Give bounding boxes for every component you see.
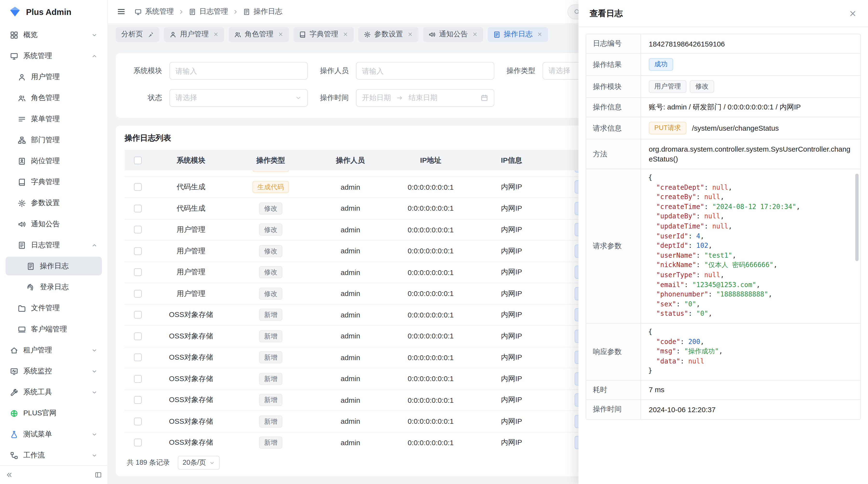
sidebar-item-menu-management[interactable]: 菜单管理: [5, 109, 102, 128]
checkbox[interactable]: [134, 290, 142, 297]
field-label: 操作时间: [586, 400, 641, 419]
row-checkbox[interactable]: [125, 396, 151, 404]
checkbox[interactable]: [134, 311, 142, 319]
checkbox[interactable]: [134, 183, 142, 191]
row-checkbox[interactable]: [125, 226, 151, 233]
sidebar-item-system-monitor[interactable]: 系统监控: [5, 362, 102, 381]
request-params-json[interactable]: { "createDept": null, "createBy": null, …: [648, 173, 854, 319]
sidebar-item-login-log[interactable]: 登录日志: [5, 278, 102, 296]
checkbox[interactable]: [134, 205, 142, 212]
sidebar-item-test-menu[interactable]: 测试菜单: [5, 425, 102, 444]
sidebar-item-label: 操作日志: [40, 261, 97, 271]
close-tab-icon[interactable]: [213, 32, 219, 37]
row-checkbox[interactable]: [125, 290, 151, 297]
breadcrumb-label: 操作日志: [254, 7, 282, 17]
chevron-up-icon: [91, 53, 97, 59]
app-logo[interactable]: Plus Admin: [0, 0, 107, 22]
sidebar-item-system-tools[interactable]: 系统工具: [5, 383, 102, 401]
tab-user-management[interactable]: 用户管理: [164, 27, 224, 42]
breadcrumb-item-log-management[interactable]: 日志管理: [189, 7, 228, 17]
sidebar-item-user-management[interactable]: 用户管理: [5, 67, 102, 86]
row-checkbox[interactable]: [125, 268, 151, 276]
cell-ip: 0:0:0:0:0:0:0:1: [390, 353, 471, 361]
sidebar-item-tenant-management[interactable]: 租户管理: [5, 341, 102, 360]
checkbox[interactable]: [134, 354, 142, 361]
cell-ip: 0:0:0:0:0:0:0:1: [390, 268, 471, 276]
page-size-select[interactable]: 20条/页: [178, 456, 220, 470]
close-drawer-icon[interactable]: [849, 9, 857, 18]
module-badge: 用户管理: [649, 80, 686, 93]
sidebar-item-client-management[interactable]: 客户端管理: [5, 320, 102, 338]
tab-role-management[interactable]: 角色管理: [228, 27, 289, 42]
sidebar-item-system-management[interactable]: 系统管理: [5, 46, 102, 65]
close-tab-icon[interactable]: [407, 32, 413, 37]
checkbox[interactable]: [134, 396, 142, 404]
row-checkbox[interactable]: [125, 205, 151, 212]
tab-param-settings[interactable]: 参数设置: [358, 27, 418, 42]
close-tab-icon[interactable]: [278, 32, 283, 37]
sidebar-item-notice[interactable]: 通知公告: [5, 215, 102, 233]
close-tab-icon[interactable]: [343, 32, 348, 37]
collapse-sidebar-icon[interactable]: [5, 471, 13, 479]
monitor-pulse-icon: [10, 367, 18, 375]
sidebar-item-overview[interactable]: 概览: [5, 26, 102, 44]
tab-notice[interactable]: 通知公告: [423, 27, 483, 42]
sidebar-item-plus-website[interactable]: PLUS官网: [5, 404, 102, 423]
close-tab-icon[interactable]: [537, 32, 542, 37]
cell-module: OSS对象存储: [151, 310, 231, 320]
select-all-checkbox[interactable]: [125, 156, 151, 164]
sidebar-item-operation-log[interactable]: 操作日志: [5, 257, 102, 276]
sidebar-item-post-management[interactable]: 岗位管理: [5, 152, 102, 170]
checkbox[interactable]: [134, 375, 142, 383]
sidebar-menu: 概览系统管理用户管理角色管理菜单管理部门管理岗位管理字典管理参数设置通知公告日志…: [0, 22, 107, 465]
row-checkbox[interactable]: [125, 332, 151, 340]
row-checkbox[interactable]: [125, 247, 151, 255]
pin-sidebar-icon[interactable]: [95, 471, 102, 479]
sidebar-item-dept-management[interactable]: 部门管理: [5, 131, 102, 150]
row-checkbox[interactable]: [125, 183, 151, 191]
checkbox[interactable]: [134, 332, 142, 340]
column-header: 操作人员: [311, 155, 390, 165]
checkbox[interactable]: [134, 156, 142, 164]
book-icon: [18, 178, 26, 186]
breadcrumb-item-system-management[interactable]: 系统管理: [134, 7, 174, 17]
field-method: 方法 org.dromara.system.controller.system.…: [586, 139, 860, 169]
scrollbar-thumb[interactable]: [855, 174, 859, 261]
row-checkbox[interactable]: [125, 375, 151, 383]
close-tab-icon[interactable]: [472, 32, 478, 37]
cell-ip-info: 内网IP: [471, 438, 552, 448]
operation-time-range[interactable]: 开始日期 结束日期: [356, 89, 494, 106]
sidebar-item-file-management[interactable]: 文件管理: [5, 299, 102, 317]
sidebar-item-label: 系统监控: [23, 366, 91, 376]
operation-type-badge: 新增: [259, 330, 282, 342]
cell-ip-info: 内网IP: [471, 331, 552, 341]
hamburger-menu-icon[interactable]: [117, 7, 126, 16]
checkbox[interactable]: [134, 247, 142, 255]
row-checkbox[interactable]: [125, 439, 151, 446]
checkbox[interactable]: [134, 439, 142, 446]
sidebar-item-param-settings[interactable]: 参数设置: [5, 194, 102, 212]
drawer-title: 查看日志: [590, 8, 623, 19]
row-checkbox[interactable]: [125, 354, 151, 361]
tab-analysis[interactable]: 分析页: [116, 27, 159, 42]
operator-input[interactable]: [356, 62, 494, 79]
sidebar-item-label: 概览: [23, 30, 91, 40]
checkbox[interactable]: [134, 226, 142, 233]
checkbox[interactable]: [134, 417, 142, 425]
tab-dict-management[interactable]: 字典管理: [293, 27, 354, 42]
system-module-input[interactable]: [169, 62, 308, 79]
sidebar-item-role-management[interactable]: 角色管理: [5, 89, 102, 107]
breadcrumb-item-operation-log[interactable]: 操作日志: [243, 7, 282, 17]
row-checkbox[interactable]: [125, 417, 151, 425]
cell-operator: admin: [311, 247, 390, 255]
tab-operation-log[interactable]: 操作日志: [488, 27, 548, 42]
cell-ip: 0:0:0:0:0:0:0:1: [390, 439, 471, 447]
chevron-down-icon: [91, 389, 97, 395]
sidebar-item-log-management[interactable]: 日志管理: [5, 236, 102, 255]
row-checkbox[interactable]: [125, 311, 151, 319]
sidebar-item-workflow[interactable]: 工作流: [5, 446, 102, 465]
checkbox[interactable]: [134, 268, 142, 276]
status-select[interactable]: 请选择: [169, 89, 308, 106]
sidebar-item-label: 参数设置: [31, 198, 98, 208]
sidebar-item-dict-management[interactable]: 字典管理: [5, 172, 102, 191]
